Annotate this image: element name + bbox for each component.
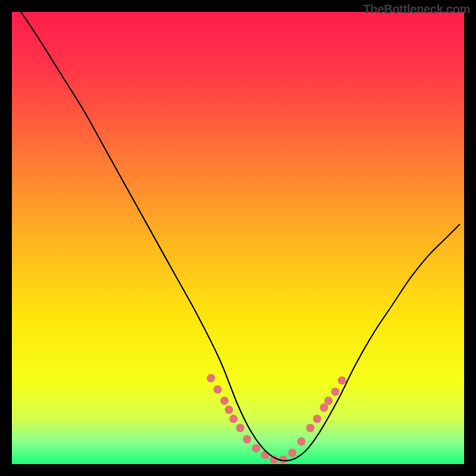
highlight-point (243, 435, 251, 443)
gradient-background (12, 12, 464, 464)
highlight-point (229, 415, 237, 423)
highlight-point (320, 403, 328, 412)
highlight-point (313, 415, 321, 423)
highlight-point (331, 387, 339, 396)
highlight-point (236, 424, 245, 432)
highlight-point (297, 437, 305, 446)
highlight-point (306, 424, 315, 432)
highlight-point (206, 374, 215, 383)
highlight-point (288, 449, 296, 457)
highlight-point (261, 451, 270, 459)
watermark-text: TheBottleneck.com (364, 2, 470, 16)
highlight-point (252, 444, 260, 452)
chart-svg (12, 12, 464, 464)
highlight-point (214, 386, 222, 394)
highlight-point (338, 376, 346, 384)
highlight-point (225, 406, 233, 414)
highlight-point (324, 397, 333, 405)
chart-canvas (12, 12, 464, 464)
highlight-point (220, 397, 228, 405)
